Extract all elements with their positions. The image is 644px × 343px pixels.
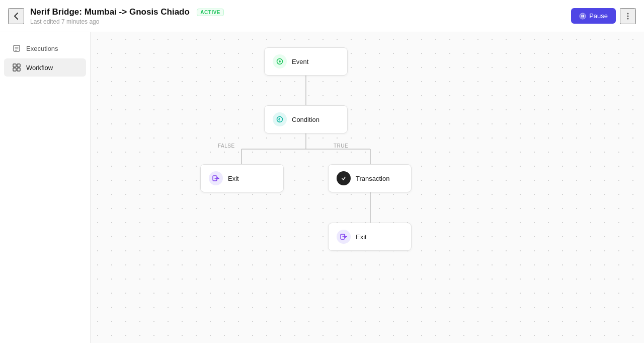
pause-label: Pause (589, 12, 608, 20)
event-icon (273, 54, 287, 68)
svg-rect-11 (17, 64, 20, 67)
canvas-inner: FALSE TRUE Event (91, 32, 644, 334)
svg-rect-12 (13, 68, 16, 71)
exit-false-node[interactable]: Exit (200, 164, 284, 192)
svg-point-23 (279, 121, 280, 121)
workflow-canvas[interactable]: FALSE TRUE Event (91, 32, 644, 343)
layout: Executions Workflow (0, 32, 644, 343)
sidebar: Executions Workflow (0, 32, 91, 343)
svg-point-4 (627, 15, 629, 17)
svg-point-3 (627, 13, 629, 14)
svg-point-5 (627, 18, 629, 19)
condition-node-label: Condition (292, 116, 319, 123)
exit-false-node-label: Exit (228, 175, 239, 182)
sidebar-item-executions[interactable]: Executions (4, 39, 86, 57)
pause-button[interactable]: Pause (571, 8, 616, 24)
last-edited: Last edited 7 minutes ago (30, 18, 224, 25)
sidebar-executions-label: Executions (26, 45, 58, 52)
workflow-icon (12, 63, 21, 72)
exit-true-node-label: Exit (356, 233, 367, 241)
transaction-node[interactable]: Transaction (328, 164, 412, 192)
sidebar-workflow-label: Workflow (26, 64, 53, 72)
condition-node[interactable]: Condition (264, 105, 348, 133)
title-block: Nerif Bridge: Mumbai -> Gnosis Chiado AC… (30, 7, 224, 25)
more-options-button[interactable] (620, 8, 636, 24)
header-right: Pause (571, 8, 636, 24)
svg-rect-1 (582, 15, 583, 17)
page-title: Nerif Bridge: Mumbai -> Gnosis Chiado (30, 7, 190, 17)
status-badge: ACTIVE (197, 9, 224, 16)
true-branch-label: TRUE (334, 143, 348, 149)
svg-point-26 (340, 174, 348, 182)
transaction-icon (337, 171, 351, 185)
exit-true-icon (337, 230, 351, 244)
svg-rect-13 (17, 68, 20, 71)
false-branch-label: FALSE (218, 143, 235, 149)
exit-true-node[interactable]: Exit (328, 223, 412, 251)
transaction-node-label: Transaction (356, 175, 389, 182)
sidebar-item-workflow[interactable]: Workflow (4, 58, 86, 77)
svg-point-21 (279, 60, 281, 62)
event-node-label: Event (292, 58, 308, 65)
event-node[interactable]: Event (264, 47, 348, 76)
svg-rect-2 (583, 15, 584, 17)
exit-false-icon (209, 171, 223, 185)
header-left: Nerif Bridge: Mumbai -> Gnosis Chiado AC… (8, 7, 224, 25)
back-button[interactable] (8, 8, 24, 24)
header: Nerif Bridge: Mumbai -> Gnosis Chiado AC… (0, 0, 644, 32)
svg-rect-10 (13, 64, 16, 67)
list-icon (12, 44, 21, 53)
svg-point-0 (580, 13, 586, 19)
condition-icon (273, 112, 287, 126)
